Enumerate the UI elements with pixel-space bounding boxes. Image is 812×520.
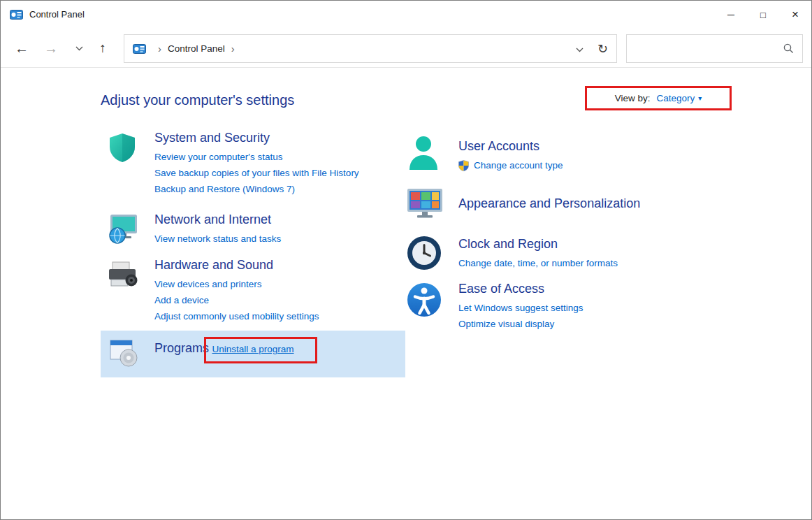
category-title-link[interactable]: Appearance and Personalization (458, 196, 640, 211)
category-title-link[interactable]: Ease of Access (458, 282, 544, 296)
breadcrumb-separator: › (225, 43, 241, 55)
highlight-box-view-by: View by: Category ▾ (585, 86, 732, 110)
user-accounts-icon[interactable] (406, 133, 458, 175)
view-by-label: View by: (615, 93, 651, 103)
up-button[interactable]: ↑ (92, 29, 114, 68)
category-link[interactable]: Let Windows suggest settings (458, 300, 583, 316)
hardware-and-sound-icon[interactable] (106, 258, 154, 324)
category-title-link[interactable]: Programs (154, 341, 209, 356)
clock-and-region-icon[interactable] (406, 235, 458, 274)
category-programs-highlight-row: Programs Uninstall a program (101, 331, 405, 377)
breadcrumb-separator: › (152, 43, 168, 55)
search-input[interactable] (627, 35, 783, 62)
category-title-link[interactable]: User Accounts (458, 139, 539, 154)
category-user-accounts: User Accounts Change account type (406, 133, 741, 175)
system-and-security-icon[interactable] (106, 131, 154, 197)
view-by-dropdown[interactable]: Category ▾ (656, 93, 702, 103)
category-hardware-and-sound: Hardware and Sound View devices and prin… (106, 258, 413, 324)
address-dropdown-chevron-icon[interactable] (566, 43, 593, 55)
minimize-button[interactable]: ─ (715, 1, 747, 29)
category-clock-and-region: Clock and Region Change date, time, or n… (406, 235, 741, 274)
category-title-link[interactable]: System and Security (154, 131, 270, 145)
programs-icon[interactable] (107, 336, 154, 377)
category-link[interactable]: View devices and printers (154, 276, 319, 292)
appearance-and-personalization-icon[interactable] (406, 187, 458, 224)
network-and-internet-icon[interactable] (106, 212, 154, 249)
category-link[interactable]: View network status and tasks (154, 231, 281, 247)
highlight-box-uninstall: Uninstall a program (204, 337, 317, 363)
category-appearance-and-personalization: Appearance and Personalization (406, 187, 741, 224)
page-heading: Adjust your computer's settings (101, 92, 294, 108)
close-button[interactable]: × (779, 1, 811, 29)
navigation-bar: ← → ↑ › Control Panel › ↻ (1, 29, 811, 68)
recent-pages-chevron-icon[interactable] (69, 29, 89, 68)
category-title-link[interactable]: Clock and Region (458, 237, 558, 252)
breadcrumb-control-panel[interactable]: Control Panel (168, 43, 225, 54)
category-network-and-internet: Network and Internet View network status… (106, 212, 413, 249)
category-link[interactable]: Adjust commonly used mobility settings (154, 308, 319, 324)
category-title-link[interactable]: Hardware and Sound (154, 258, 273, 273)
category-system-and-security: System and Security Review your computer… (106, 131, 413, 197)
titlebar: Control Panel ─ □ × (1, 1, 811, 29)
breadcrumb-control-panel-icon (133, 44, 146, 54)
category-link[interactable]: Backup and Restore (Windows 7) (154, 181, 359, 197)
category-link[interactable]: Change date, time, or number formats (458, 255, 618, 271)
refresh-button[interactable]: ↻ (593, 41, 608, 57)
ease-of-access-icon[interactable] (406, 282, 458, 332)
uac-shield-icon (458, 160, 469, 171)
category-link[interactable]: Save backup copies of your files with Fi… (154, 165, 359, 181)
category-link[interactable]: Review your computer's status (154, 149, 359, 165)
category-ease-of-access: Ease of Access Let Windows suggest setti… (406, 282, 741, 332)
back-button[interactable]: ← (10, 29, 33, 68)
view-by-value: Category (656, 93, 695, 103)
category-link[interactable]: Add a device (154, 292, 319, 308)
uninstall-a-program-link[interactable]: Uninstall a program (212, 344, 293, 354)
control-panel-icon (10, 10, 23, 20)
window-title: Control Panel (29, 9, 85, 20)
maximize-button[interactable]: □ (747, 1, 779, 29)
address-bar[interactable]: › Control Panel › ↻ (124, 34, 617, 63)
category-link[interactable]: Optimize visual display (458, 316, 583, 332)
view-by-dropdown-arrow-icon: ▾ (698, 94, 702, 102)
control-panel-window: Control Panel ─ □ × ← → ↑ › Control Pane… (0, 0, 812, 520)
category-title-link[interactable]: Network and Internet (154, 212, 271, 227)
search-box (626, 34, 803, 63)
forward-button[interactable]: → (40, 29, 62, 68)
search-icon[interactable] (783, 43, 794, 54)
category-link[interactable]: Change account type (474, 157, 563, 173)
